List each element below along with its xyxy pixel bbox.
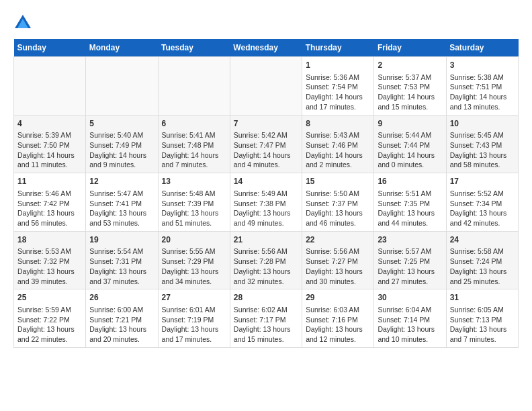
week-row-3: 11Sunrise: 5:46 AM Sunset: 7:42 PM Dayli… xyxy=(14,173,519,232)
day-info: Sunrise: 5:50 AM Sunset: 7:37 PM Dayligh… xyxy=(306,189,370,228)
day-number: 11 xyxy=(17,176,82,187)
day-number: 29 xyxy=(306,292,370,304)
calendar-cell: 9Sunrise: 5:44 AM Sunset: 7:44 PM Daylig… xyxy=(374,115,446,173)
day-number: 7 xyxy=(234,118,298,130)
day-info: Sunrise: 6:03 AM Sunset: 7:16 PM Dayligh… xyxy=(306,305,370,345)
day-number: 1 xyxy=(306,60,370,71)
page-header xyxy=(13,13,519,32)
calendar-cell: 26Sunrise: 6:00 AM Sunset: 7:21 PM Dayli… xyxy=(86,289,158,348)
day-info: Sunrise: 5:58 AM Sunset: 7:24 PM Dayligh… xyxy=(450,246,515,286)
day-info: Sunrise: 6:05 AM Sunset: 7:13 PM Dayligh… xyxy=(450,305,515,345)
day-number: 15 xyxy=(306,176,370,187)
calendar-cell: 28Sunrise: 6:02 AM Sunset: 7:17 PM Dayli… xyxy=(230,289,302,348)
day-info: Sunrise: 5:43 AM Sunset: 7:46 PM Dayligh… xyxy=(306,130,370,170)
day-number: 20 xyxy=(162,234,226,246)
calendar-cell xyxy=(14,57,86,116)
header-monday: Monday xyxy=(86,39,158,57)
day-number: 21 xyxy=(234,234,298,246)
header-thursday: Thursday xyxy=(302,39,374,57)
day-info: Sunrise: 5:56 AM Sunset: 7:27 PM Dayligh… xyxy=(306,246,370,286)
week-row-4: 18Sunrise: 5:53 AM Sunset: 7:32 PM Dayli… xyxy=(14,231,519,289)
day-info: Sunrise: 5:52 AM Sunset: 7:34 PM Dayligh… xyxy=(450,189,515,228)
header-sunday: Sunday xyxy=(14,39,86,57)
calendar-cell xyxy=(158,57,230,116)
day-number: 3 xyxy=(450,60,515,71)
day-info: Sunrise: 5:46 AM Sunset: 7:42 PM Dayligh… xyxy=(17,189,82,228)
calendar-cell: 19Sunrise: 5:54 AM Sunset: 7:31 PM Dayli… xyxy=(86,231,158,289)
day-info: Sunrise: 5:39 AM Sunset: 7:50 PM Dayligh… xyxy=(17,130,82,170)
day-info: Sunrise: 5:54 AM Sunset: 7:31 PM Dayligh… xyxy=(89,246,154,286)
day-info: Sunrise: 5:57 AM Sunset: 7:25 PM Dayligh… xyxy=(378,246,442,286)
calendar-cell: 20Sunrise: 5:55 AM Sunset: 7:29 PM Dayli… xyxy=(158,231,230,289)
header-saturday: Saturday xyxy=(446,39,518,57)
day-info: Sunrise: 5:40 AM Sunset: 7:49 PM Dayligh… xyxy=(89,130,154,170)
day-number: 12 xyxy=(89,176,154,187)
day-number: 2 xyxy=(378,60,442,71)
day-number: 16 xyxy=(378,176,442,187)
day-info: Sunrise: 5:49 AM Sunset: 7:38 PM Dayligh… xyxy=(234,189,298,228)
day-number: 4 xyxy=(17,118,82,130)
calendar-cell: 16Sunrise: 5:51 AM Sunset: 7:35 PM Dayli… xyxy=(374,173,446,232)
day-info: Sunrise: 5:36 AM Sunset: 7:54 PM Dayligh… xyxy=(306,73,370,112)
day-info: Sunrise: 5:41 AM Sunset: 7:48 PM Dayligh… xyxy=(162,130,226,170)
day-info: Sunrise: 5:53 AM Sunset: 7:32 PM Dayligh… xyxy=(17,246,82,286)
calendar-cell: 31Sunrise: 6:05 AM Sunset: 7:13 PM Dayli… xyxy=(446,289,518,348)
day-number: 25 xyxy=(17,292,82,304)
day-info: Sunrise: 5:51 AM Sunset: 7:35 PM Dayligh… xyxy=(378,189,442,228)
day-info: Sunrise: 5:47 AM Sunset: 7:41 PM Dayligh… xyxy=(89,189,154,228)
calendar-cell: 21Sunrise: 5:56 AM Sunset: 7:28 PM Dayli… xyxy=(230,231,302,289)
day-number: 22 xyxy=(306,234,370,246)
day-number: 28 xyxy=(234,292,298,304)
day-number: 17 xyxy=(450,176,515,187)
calendar-cell: 23Sunrise: 5:57 AM Sunset: 7:25 PM Dayli… xyxy=(374,231,446,289)
day-info: Sunrise: 5:42 AM Sunset: 7:47 PM Dayligh… xyxy=(234,130,298,170)
day-number: 26 xyxy=(89,292,154,304)
day-info: Sunrise: 5:38 AM Sunset: 7:51 PM Dayligh… xyxy=(450,73,515,112)
calendar-cell: 15Sunrise: 5:50 AM Sunset: 7:37 PM Dayli… xyxy=(302,173,374,232)
calendar-cell: 7Sunrise: 5:42 AM Sunset: 7:47 PM Daylig… xyxy=(230,115,302,173)
calendar-cell xyxy=(86,57,158,116)
header-row: SundayMondayTuesdayWednesdayThursdayFrid… xyxy=(14,39,519,57)
logo-icon xyxy=(13,13,32,32)
calendar-cell: 8Sunrise: 5:43 AM Sunset: 7:46 PM Daylig… xyxy=(302,115,374,173)
calendar-cell: 18Sunrise: 5:53 AM Sunset: 7:32 PM Dayli… xyxy=(14,231,86,289)
day-info: Sunrise: 6:02 AM Sunset: 7:17 PM Dayligh… xyxy=(234,305,298,345)
calendar-cell: 14Sunrise: 5:49 AM Sunset: 7:38 PM Dayli… xyxy=(230,173,302,232)
day-number: 14 xyxy=(234,176,298,187)
day-info: Sunrise: 5:44 AM Sunset: 7:44 PM Dayligh… xyxy=(378,130,442,170)
day-number: 19 xyxy=(89,234,154,246)
day-number: 8 xyxy=(306,118,370,130)
calendar-cell: 1Sunrise: 5:36 AM Sunset: 7:54 PM Daylig… xyxy=(302,57,374,116)
day-number: 30 xyxy=(378,292,442,304)
calendar-cell: 27Sunrise: 6:01 AM Sunset: 7:19 PM Dayli… xyxy=(158,289,230,348)
calendar-cell: 30Sunrise: 6:04 AM Sunset: 7:14 PM Dayli… xyxy=(374,289,446,348)
day-info: Sunrise: 5:56 AM Sunset: 7:28 PM Dayligh… xyxy=(234,246,298,286)
calendar-cell: 22Sunrise: 5:56 AM Sunset: 7:27 PM Dayli… xyxy=(302,231,374,289)
calendar-cell xyxy=(230,57,302,116)
week-row-5: 25Sunrise: 5:59 AM Sunset: 7:22 PM Dayli… xyxy=(14,289,519,348)
day-number: 9 xyxy=(378,118,442,130)
calendar-table: SundayMondayTuesdayWednesdayThursdayFrid… xyxy=(13,39,519,348)
calendar-cell: 6Sunrise: 5:41 AM Sunset: 7:48 PM Daylig… xyxy=(158,115,230,173)
day-number: 5 xyxy=(89,118,154,130)
calendar-cell: 10Sunrise: 5:45 AM Sunset: 7:43 PM Dayli… xyxy=(446,115,518,173)
calendar-cell: 5Sunrise: 5:40 AM Sunset: 7:49 PM Daylig… xyxy=(86,115,158,173)
calendar-cell: 11Sunrise: 5:46 AM Sunset: 7:42 PM Dayli… xyxy=(14,173,86,232)
day-info: Sunrise: 6:00 AM Sunset: 7:21 PM Dayligh… xyxy=(89,305,154,345)
calendar-cell: 4Sunrise: 5:39 AM Sunset: 7:50 PM Daylig… xyxy=(14,115,86,173)
day-info: Sunrise: 5:45 AM Sunset: 7:43 PM Dayligh… xyxy=(450,130,515,170)
day-number: 27 xyxy=(162,292,226,304)
day-number: 24 xyxy=(450,234,515,246)
day-info: Sunrise: 6:04 AM Sunset: 7:14 PM Dayligh… xyxy=(378,305,442,345)
day-number: 23 xyxy=(378,234,442,246)
calendar-cell: 12Sunrise: 5:47 AM Sunset: 7:41 PM Dayli… xyxy=(86,173,158,232)
calendar-cell: 25Sunrise: 5:59 AM Sunset: 7:22 PM Dayli… xyxy=(14,289,86,348)
day-info: Sunrise: 5:59 AM Sunset: 7:22 PM Dayligh… xyxy=(17,305,82,345)
week-row-1: 1Sunrise: 5:36 AM Sunset: 7:54 PM Daylig… xyxy=(14,57,519,116)
calendar-cell: 17Sunrise: 5:52 AM Sunset: 7:34 PM Dayli… xyxy=(446,173,518,232)
day-info: Sunrise: 6:01 AM Sunset: 7:19 PM Dayligh… xyxy=(162,305,226,345)
day-info: Sunrise: 5:37 AM Sunset: 7:53 PM Dayligh… xyxy=(378,73,442,112)
header-tuesday: Tuesday xyxy=(158,39,230,57)
header-wednesday: Wednesday xyxy=(230,39,302,57)
calendar-cell: 3Sunrise: 5:38 AM Sunset: 7:51 PM Daylig… xyxy=(446,57,518,116)
